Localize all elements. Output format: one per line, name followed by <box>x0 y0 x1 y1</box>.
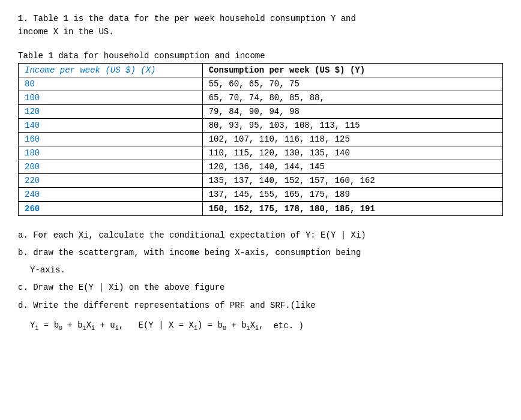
math-expr2: E(Y | X = Xi) = b0 + b1Xi, <box>133 318 264 334</box>
table-row: 260150, 152, 175, 178, 180, 185, 191 <box>19 202 503 216</box>
consumption-cell: 135, 137, 140, 152, 157, 160, 162 <box>202 173 502 187</box>
math-expr3: etc. ) <box>273 319 303 334</box>
math-expr1: Yi = b0 + b1Xi + ui, <box>30 318 124 334</box>
consumption-cell: 79, 84, 90, 94, 98 <box>202 104 502 118</box>
income-cell: 180 <box>19 146 203 160</box>
table-row: 200120, 136, 140, 144, 145 <box>19 160 503 173</box>
table-title: Table 1 data for household consumption a… <box>18 51 503 61</box>
table-row: 240137, 145, 155, 165, 175, 189 <box>19 187 503 202</box>
table-row: 10065, 70, 74, 80, 85, 88, <box>19 91 503 104</box>
consumption-cell: 137, 145, 155, 165, 175, 189 <box>202 187 502 202</box>
table-row: 160102, 107, 110, 116, 118, 125 <box>19 132 503 146</box>
data-table: Income per week (US $) (X) Consumption p… <box>18 63 503 216</box>
table-row: 14080, 93, 95, 103, 108, 113, 115 <box>19 118 503 132</box>
income-cell: 160 <box>19 132 203 146</box>
consumption-cell: 150, 152, 175, 178, 180, 185, 191 <box>202 202 502 216</box>
col1-header: Income per week (US $) (X) <box>19 63 203 77</box>
table-row: 180110, 115, 120, 130, 135, 140 <box>19 146 503 160</box>
question-a: a. For each Xi, calculate the conditiona… <box>18 228 503 243</box>
math-expressions: Yi = b0 + b1Xi + ui, E(Y | X = Xi) = b0 … <box>30 318 503 334</box>
consumption-cell: 110, 115, 120, 130, 135, 140 <box>202 146 502 160</box>
table-row: 220135, 137, 140, 152, 157, 160, 162 <box>19 173 503 187</box>
income-cell: 100 <box>19 91 203 104</box>
table-row: 8055, 60, 65, 70, 75 <box>19 77 503 91</box>
intro-line2: income X in the US. <box>18 25 503 38</box>
consumption-cell: 102, 107, 110, 116, 118, 125 <box>202 132 502 146</box>
consumption-cell: 120, 136, 140, 144, 145 <box>202 160 502 173</box>
col2-header: Consumption per week (US $) (Y) <box>202 63 502 77</box>
income-cell: 260 <box>19 202 203 216</box>
intro-line1: 1. Table 1 is the data for the per week … <box>18 12 503 25</box>
consumption-cell: 80, 93, 95, 103, 108, 113, 115 <box>202 118 502 132</box>
income-cell: 80 <box>19 77 203 91</box>
consumption-cell: 65, 70, 74, 80, 85, 88, <box>202 91 502 104</box>
question-b2: Y-axis. <box>30 263 503 278</box>
question-b1: b. draw the scattergram, with income bei… <box>18 245 503 260</box>
income-cell: 240 <box>19 187 203 202</box>
questions-section: a. For each Xi, calculate the conditiona… <box>18 228 503 334</box>
table-row: 12079, 84, 90, 94, 98 <box>19 104 503 118</box>
intro-paragraph: 1. Table 1 is the data for the per week … <box>18 12 503 39</box>
income-cell: 140 <box>19 118 203 132</box>
income-cell: 120 <box>19 104 203 118</box>
question-d: d. Write the different representations o… <box>18 298 503 313</box>
income-cell: 200 <box>19 160 203 173</box>
income-cell: 220 <box>19 173 203 187</box>
consumption-cell: 55, 60, 65, 70, 75 <box>202 77 502 91</box>
question-c: c. Draw the E(Y | Xi) on the above figur… <box>18 280 503 295</box>
